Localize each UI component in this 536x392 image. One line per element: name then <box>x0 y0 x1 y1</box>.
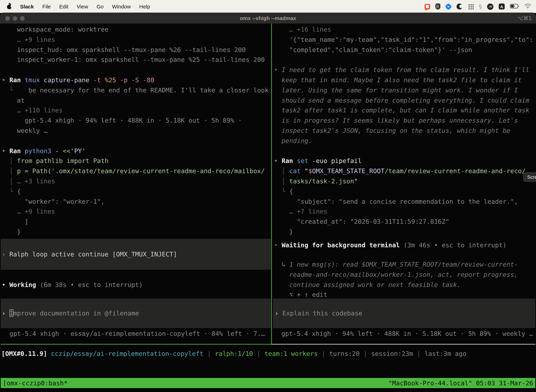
terminal-line: ] <box>2 217 268 227</box>
shield-icon[interactable] <box>436 4 440 9</box>
menu-bar: Slack File Edit View Go Window Help § ..… <box>0 0 536 13</box>
menu-item-slack[interactable]: Slack <box>20 4 34 9</box>
terminal-line: │ tasks/task-2.json" <box>274 176 533 187</box>
pane-divider[interactable] <box>271 23 272 344</box>
terminal-line: … +7 lines <box>274 207 533 217</box>
terminal-line: └ { <box>2 187 268 197</box>
terminal-scrollback: … +16 lines '{"team_name":"my-team","tas… <box>274 25 533 237</box>
terminal-line: "MacBook-Pro-44.local" 05:03 31-Mar-26 <box>388 378 533 388</box>
pane-bottom-border-right <box>272 344 535 345</box>
chat-app-icon[interactable] <box>425 4 430 9</box>
terminal-line: │ p = Path('.omx/state/team/review-curre… <box>2 166 268 176</box>
crescent-icon[interactable] <box>456 4 463 9</box>
terminal-line: continue assigned work or next feasible … <box>274 280 518 290</box>
terminal-line: "worker": "worker-1", <box>2 196 268 207</box>
terminal-line: └ { <box>274 187 533 197</box>
terminal-line: task2 after task1 is complete, but can I… <box>274 106 533 116</box>
menu-item-file[interactable]: File <box>42 4 51 9</box>
menu-left: Slack File Edit View Go Window Help <box>0 4 150 9</box>
battery-icon[interactable] <box>510 4 519 9</box>
terminal-line: ↳ 1 new msg(s): read $OMX_TEAM_STATE_ROO… <box>274 260 518 270</box>
terminal-line: } <box>2 227 268 237</box>
terminal-line: • Ran tmux capture-pane -t %25 -p -S -80 <box>2 75 268 85</box>
window-title: omx --xhigh --madmax <box>0 13 536 23</box>
terminal-line: "created_at": "2026-03-31T11:59:27.816Z" <box>274 217 533 227</box>
terminal-line: at <box>2 95 268 106</box>
tmux-session-label: [omx-cczip0:bash* <box>3 378 67 388</box>
wifi-icon[interactable] <box>524 4 531 9</box>
screen-tooltip: Scre <box>523 173 536 182</box>
terminal-line: • I need to get the claim token from the… <box>274 65 533 75</box>
model-status-line-right: gpt-5.4 xhigh · 94% left · 488K in · 5.1… <box>281 329 533 339</box>
terminal-line: │ from pathlib import Path <box>2 156 268 166</box>
ralph-loop-banner: › Ralph loop active continue [OMX_TMUX_I… <box>1 239 271 270</box>
terminal-line: '{"team_name":"my-team","task_id":"1","f… <box>274 35 533 45</box>
apple-menu-icon[interactable] <box>7 5 12 9</box>
terminal-line <box>274 55 533 65</box>
terminal-line: gpt-5.4 xhigh · essay/ai-reimplementatio… <box>10 329 265 339</box>
terminal-line: [omx-cczip0:bash* <box>3 378 67 388</box>
messenger-icon[interactable] <box>445 3 452 10</box>
terminal-line: └ be necessary for the end of the README… <box>2 85 268 96</box>
input-source-icon[interactable]: A <box>499 4 505 9</box>
terminal-line: inspect_worker-1: omx sparkshell --tmux-… <box>2 55 268 65</box>
badge-61-icon[interactable]: ..61 <box>487 3 493 10</box>
terminal-line: is in progress? It seems likely but perh… <box>274 116 533 126</box>
menu-item-window[interactable]: Window <box>112 4 131 9</box>
terminal-line: weekly … <box>2 126 268 136</box>
terminal-line: readme-and-reco/mailbox/worker-1.json, a… <box>274 270 518 280</box>
terminal-line: inspect task2's JSON, focusing on the st… <box>274 126 533 136</box>
terminal-line <box>2 136 268 146</box>
terminal-line <box>2 65 268 75</box>
terminal-line: › Ralph loop active continue [OMX_TMUX_I… <box>2 249 177 259</box>
terminal-line: │ … +3 lines <box>2 176 268 187</box>
terminal-line: … +16 lines <box>274 25 533 35</box>
terminal-scrollback: workspace_mode: worktree … +9 lines insp… <box>2 25 268 237</box>
terminal-line <box>274 146 533 156</box>
terminal-line: • Waiting for background terminal (3m 46… <box>274 240 507 250</box>
terminal-line: keep that in mind. Maybe I also need the… <box>274 75 533 85</box>
menu-item-edit[interactable]: Edit <box>59 4 68 9</box>
terminal-line: › Improve documentation in @filename <box>2 308 139 318</box>
terminal-line: … +9 lines <box>2 35 268 45</box>
terminal-line: workspace_mode: worktree <box>2 25 268 35</box>
squiggle-icon[interactable]: § <box>479 4 482 9</box>
terminal-line: • Working (6m 38s • esc to interrupt) <box>2 280 143 290</box>
terminal-window: omx --xhigh --madmax ⌥⌘1 workspace_mode:… <box>0 13 536 392</box>
menu-item-go[interactable]: Go <box>96 4 104 9</box>
model-status-line-left: gpt-5.4 xhigh · essay/ai-reimplementatio… <box>10 329 265 339</box>
terminal-line: › Explain this codebase <box>275 308 362 318</box>
tmux-status-bar: [omx-cczip0:bash* "MacBook-Pro-44.local"… <box>1 378 535 388</box>
menu-item-view[interactable]: View <box>77 4 88 9</box>
terminal-line: later. Using the same for transition mig… <box>274 85 533 96</box>
terminal-line: gpt-5.4 xhigh · 94% left · 488K in · 5.1… <box>281 329 533 339</box>
terminal-line: "subject": "send a concise recommendatio… <box>274 196 533 207</box>
prompt-input-left[interactable]: › Improve documentation in @filename <box>1 299 271 328</box>
prompt-input-right[interactable]: › Explain this codebase <box>273 299 535 328</box>
terminal-line: should send a message before completing … <box>274 95 533 106</box>
menu-status-icons: § ..61 A <box>425 3 536 10</box>
pane-bottom-border-left <box>1 344 272 345</box>
working-status-line: • Working (6m 38s • esc to interrupt) <box>2 280 143 290</box>
terminal-line: pending. <box>274 136 533 146</box>
omx-status-line: [OMX#0.11.9] cczip/essay/ai-reimplementa… <box>1 349 466 359</box>
window-shortcut-badge: ⌥⌘1 <box>517 13 532 23</box>
terminal-line: │ cat "$OMX_TEAM_STATE_ROOT/team/review-… <box>274 166 533 176</box>
dots-grid-icon[interactable] <box>468 4 474 9</box>
terminal-line: } <box>274 227 533 237</box>
terminal-line: "completed","claim_token":"claim-token"}… <box>274 45 533 55</box>
mailbox-hint-block: ↳ 1 new msg(s): read $OMX_TEAM_STATE_ROO… <box>274 260 518 300</box>
terminal-line: inspect_hud: omx sparkshell --tmux-pane … <box>2 45 268 55</box>
menu-item-help[interactable]: Help <box>139 4 150 9</box>
waiting-status-line: • Waiting for background terminal (3m 46… <box>274 240 507 250</box>
screen: Slack File Edit View Go Window Help § ..… <box>0 0 536 392</box>
tmux-host-clock-label: "MacBook-Pro-44.local" 05:03 31-Mar-26 <box>388 378 533 388</box>
terminal-line: gpt-5.4 xhigh · 94% left · 488K in · 5.1… <box>2 116 268 126</box>
terminal-line: • Ran set -euo pipefail <box>274 156 533 166</box>
terminal-line: … +9 lines <box>2 207 268 217</box>
terminal-content: workspace_mode: worktree … +9 lines insp… <box>0 23 536 392</box>
terminal-line: … +110 lines <box>2 106 268 116</box>
terminal-line: [OMX#0.11.9] cczip/essay/ai-reimplementa… <box>1 349 466 359</box>
window-title-bar[interactable]: omx --xhigh --madmax ⌥⌘1 <box>0 13 536 23</box>
terminal-line: • Ran python3 - <<'PY' <box>2 146 268 156</box>
